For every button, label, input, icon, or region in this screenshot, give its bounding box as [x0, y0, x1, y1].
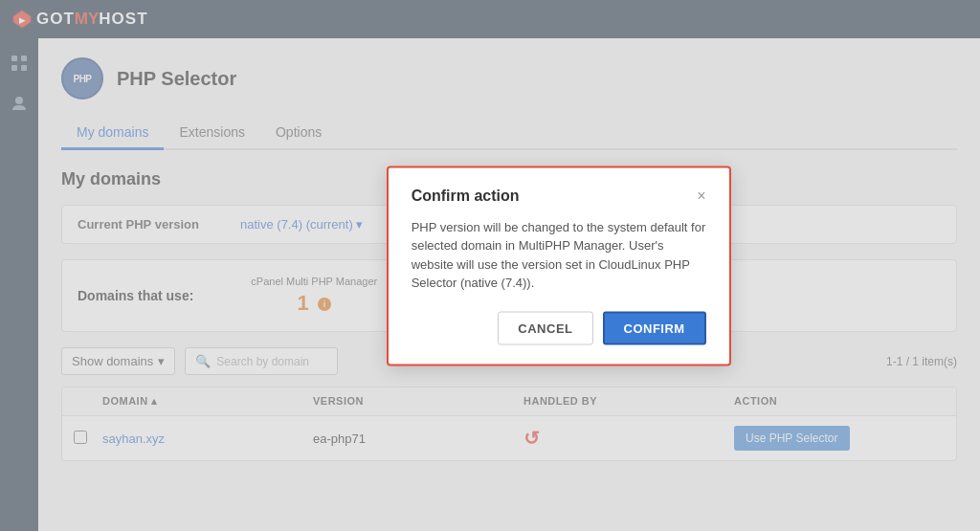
modal-body: PHP version will be changed to the syste… [412, 217, 706, 292]
modal-title: Confirm action [412, 187, 520, 204]
modal-footer: CANCEL CONFIRM [412, 311, 706, 344]
modal-header: Confirm action × [412, 187, 706, 204]
modal-close-button[interactable]: × [697, 188, 705, 203]
confirm-button[interactable]: CONFIRM [603, 311, 706, 344]
cancel-button[interactable]: CANCEL [498, 311, 592, 344]
confirm-modal: Confirm action × PHP version will be cha… [387, 166, 731, 365]
